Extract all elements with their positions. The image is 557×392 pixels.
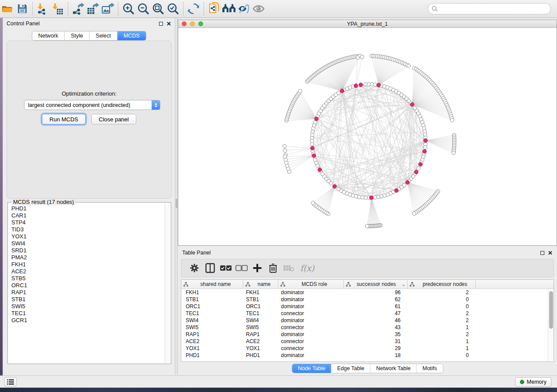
table-row[interactable]: STB1STB1dominator620 [181, 296, 554, 303]
mcds-result-item[interactable]: STP4 [11, 219, 165, 226]
result-scrollbar[interactable] [165, 203, 170, 363]
export-network-button[interactable] [71, 1, 86, 16]
tab-network[interactable]: Network [32, 31, 65, 40]
table-row[interactable]: ORC1ORC1dominator610 [181, 303, 554, 310]
table-row[interactable]: ACE2ACE2connector311 [181, 338, 554, 345]
memory-button[interactable]: Memory [515, 377, 551, 387]
network-window-title: YPA_prune.txt_1 [178, 21, 557, 27]
mcds-result-item[interactable]: ORC1 [11, 282, 165, 289]
cell-MCDS-role: connector [278, 324, 344, 330]
column-header-name[interactable]: name [243, 280, 278, 289]
column-header-predecessor-nodes[interactable]: predecessor nodes [408, 280, 476, 289]
mcds-result-list[interactable]: PHD1CAR1STP4TID3YOX1SWI4SRD1PMA2FKH1ACE2… [8, 205, 165, 363]
open-session-button[interactable] [0, 1, 15, 16]
tab-edge-table[interactable]: Edge Table [332, 364, 370, 373]
close-panel-icon[interactable]: ✕ [166, 22, 171, 26]
column-header-shared-name[interactable]: shared name [181, 280, 243, 289]
first-neighbors-button[interactable] [221, 1, 236, 16]
zoom-out-button[interactable] [136, 1, 151, 16]
tab-motifs[interactable]: Motifs [417, 364, 443, 373]
close-window-icon[interactable] [182, 21, 187, 26]
mcds-result-item[interactable]: PMA2 [11, 254, 165, 261]
mcds-result-item[interactable]: PHD1 [11, 205, 165, 212]
table-row[interactable]: SWI5SWI5connector431 [181, 324, 554, 331]
mcds-result-item[interactable]: FKH1 [11, 261, 165, 268]
table-scrollbar[interactable] [548, 289, 554, 361]
table-row[interactable]: PHD1PHD1dominator180 [181, 352, 554, 359]
column-header-MCDS-role[interactable]: MCDS role [278, 280, 344, 289]
save-session-button[interactable] [15, 1, 30, 16]
zoom-fit-icon [152, 3, 164, 15]
mcds-result-item[interactable]: SWI5 [11, 303, 165, 310]
function-builder-button[interactable]: f(x) [300, 263, 315, 273]
delete-columns-button[interactable] [265, 260, 281, 276]
cell-shared-name: FKH1 [181, 289, 243, 296]
network-graph[interactable] [178, 28, 557, 245]
close-panel-icon[interactable]: ✕ [548, 251, 553, 255]
mcds-result-item[interactable]: GCR1 [11, 317, 165, 324]
tab-node-table[interactable]: Node Table [292, 364, 332, 373]
panel-splitter[interactable] [175, 18, 178, 375]
tab-style[interactable]: Style [65, 31, 90, 40]
maximize-window-icon[interactable] [198, 21, 203, 26]
toggle-panel-button[interactable] [202, 260, 218, 276]
mcds-result-item[interactable]: SWI4 [11, 240, 165, 247]
mcds-result-item[interactable]: ACE2 [11, 268, 165, 275]
minimize-window-icon[interactable] [190, 21, 195, 26]
table-row[interactable]: RAP1RAP1dominator352 [181, 331, 554, 338]
node-table[interactable]: shared namenameMCDS rolesuccessor nodes⌄… [181, 279, 554, 362]
open-folder-icon [1, 3, 14, 14]
search-box[interactable] [428, 3, 551, 14]
mcds-result-item[interactable]: STB1 [11, 296, 165, 303]
search-input[interactable] [438, 6, 550, 12]
scrollbar-thumb[interactable] [549, 291, 553, 329]
hierarchy-icon [280, 282, 285, 287]
zoom-out-icon [137, 3, 149, 15]
task-history-button[interactable] [4, 377, 17, 386]
table-row[interactable]: TEC1TEC1connector472 [181, 310, 554, 317]
zoom-fit-button[interactable] [151, 1, 166, 16]
tab-mcds[interactable]: MCDS [118, 31, 146, 40]
mcds-result-item[interactable]: TEC1 [11, 310, 165, 317]
export-image-button[interactable] [100, 1, 115, 16]
hierarchy-icon [246, 282, 250, 287]
zoom-selected-button[interactable] [166, 1, 180, 16]
delete-table-button[interactable] [281, 260, 297, 276]
network-window-titlebar[interactable]: YPA_prune.txt_1 [178, 20, 557, 28]
mcds-result-item[interactable]: TID3 [11, 226, 165, 233]
column-header-successor-nodes[interactable]: successor nodes⌄ [344, 280, 408, 289]
mcds-result-item[interactable]: YOX1 [11, 233, 165, 240]
table-row[interactable]: YOX1YOX1connector291 [181, 345, 554, 352]
table-row[interactable]: FKH1FKH1dominator962 [181, 289, 554, 296]
hide-graphics-details-button[interactable] [236, 1, 251, 16]
import-table-button[interactable] [50, 1, 65, 16]
duplicate-network-button[interactable] [207, 1, 221, 16]
mcds-result-item[interactable]: SRD1 [11, 247, 165, 254]
splitter-grabber[interactable] [176, 199, 177, 208]
float-panel-icon[interactable] [159, 22, 163, 26]
show-graphics-details-button[interactable] [251, 1, 266, 16]
import-table-icon [52, 3, 64, 15]
zoom-in-button[interactable] [121, 1, 136, 16]
table-row[interactable]: SWI4SWI4dominator462 [181, 317, 554, 324]
tab-network-table[interactable]: Network Table [370, 364, 417, 373]
network-canvas[interactable] [178, 28, 557, 245]
mcds-result-item[interactable]: RAP1 [11, 289, 165, 296]
table-settings-button[interactable] [187, 260, 202, 276]
create-column-button[interactable] [249, 260, 265, 276]
refresh-button[interactable] [186, 1, 201, 16]
deselect-all-button[interactable] [234, 260, 249, 276]
float-panel-icon[interactable] [540, 251, 544, 255]
tab-select[interactable]: Select [90, 31, 118, 40]
close-panel-button[interactable]: Close panel [91, 114, 136, 124]
run-mcds-button[interactable]: Run MCDS [42, 114, 86, 124]
refresh-icon [188, 3, 199, 14]
export-table-button[interactable] [86, 1, 100, 16]
criterion-dropdown[interactable]: largest connected component (undirected) [24, 100, 160, 110]
mcds-result-item[interactable]: CAR1 [11, 212, 165, 219]
zoom-in-icon [122, 3, 135, 15]
select-all-button[interactable] [218, 260, 234, 276]
import-network-button[interactable] [35, 1, 50, 16]
table-panel-title: Table Panel [182, 250, 540, 256]
mcds-result-item[interactable]: STB5 [11, 275, 165, 282]
